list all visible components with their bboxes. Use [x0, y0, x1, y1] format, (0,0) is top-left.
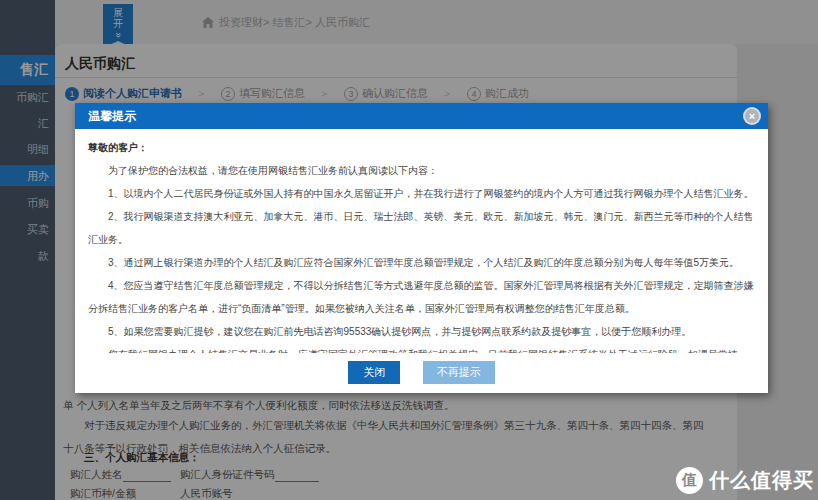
close-x-glyph: × [749, 111, 755, 122]
intro-text: 为了保护您的合法权益，请您在使用网银结售汇业务前认真阅读以下内容： [88, 159, 755, 182]
notice-footer: 您在我行网银办理个人结售汇交易业务时，应遵守国家外汇管理政策和我行相关规定。目前… [88, 343, 755, 353]
watermark-text: 什么值得买 [709, 467, 814, 494]
dont-remind-again-button[interactable]: 不再提示 [423, 361, 495, 384]
close-button[interactable]: 关闭 [348, 361, 400, 384]
dialog-title: 温馨提示 [88, 109, 136, 123]
dialog-body: 尊敬的客户： 为了保护您的合法权益，请您在使用网银结售汇业务前认真阅读以下内容：… [75, 129, 768, 353]
notice-item-4: 4、您应当遵守结售汇年度总额管理规定，不得以分拆结售汇等方式逃避年度总额的监管。… [88, 274, 755, 320]
notice-item-2: 2、我行网银渠道支持澳大利亚元、加拿大元、港币、日元、瑞士法郎、英镑、美元、欧元… [88, 205, 755, 251]
greeting-text: 尊敬的客户： [88, 136, 755, 159]
dialog-button-row: 关闭 不再提示 [75, 361, 768, 384]
notice-item-5: 5、如果您需要购汇提钞，建议您在购汇前先电话咨询95533确认提钞网点，并与提钞… [88, 320, 755, 343]
close-icon[interactable]: × [743, 107, 761, 125]
smzdm-logo-icon: 值 [676, 467, 703, 494]
notice-item-3: 3、通过网上银行渠道办理的个人结汇及购汇应符合国家外汇管理年度总额管理规定，个人… [88, 251, 755, 274]
dialog-header: 温馨提示 × [75, 103, 768, 129]
warm-tips-dialog: 温馨提示 × 尊敬的客户： 为了保护您的合法权益，请您在使用网银结售汇业务前认真… [75, 103, 768, 393]
smzdm-watermark: 值 什么值得买 [676, 467, 814, 494]
notice-item-1: 1、以境内个人二代居民身份证或外国人持有的中国永久居留证开户，并在我行进行了网银… [88, 182, 755, 205]
